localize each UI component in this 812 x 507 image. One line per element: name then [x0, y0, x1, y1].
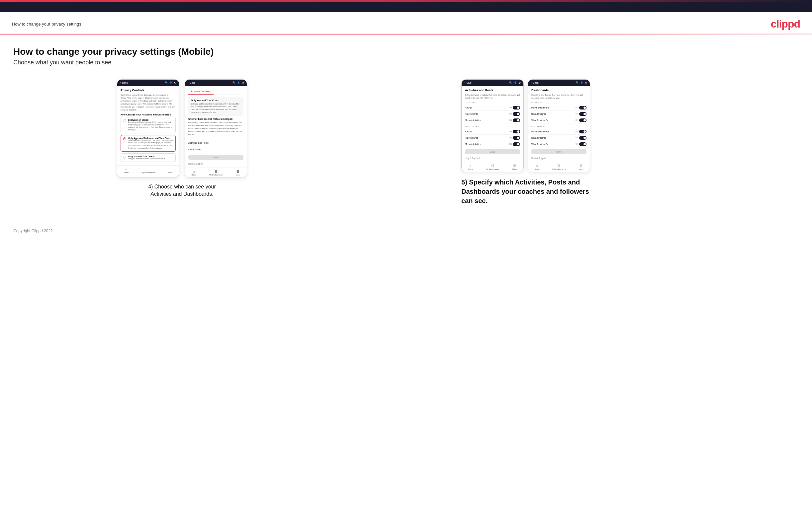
- phone3-section-desc: Select the types of activity that you'd …: [465, 94, 520, 100]
- menu-icon-4[interactable]: ⚙: [585, 81, 587, 84]
- back-arrow-icon[interactable]: ‹: [120, 81, 121, 84]
- phone-screen-4: ‹ Back 🔍 👤 ⚙ Dashboards Select the dashb…: [528, 79, 590, 172]
- toggle-followers-what-to-work[interactable]: What To Work On ON: [531, 141, 587, 147]
- toggle-followers-what-to-work-switch[interactable]: [579, 143, 587, 146]
- breadcrumb: How to change your privacy settings: [12, 21, 81, 26]
- radio-only-you-desc: Only you and the coaches you connect wit…: [128, 158, 165, 160]
- search-icon[interactable]: 🔍: [165, 81, 168, 84]
- toggle-coaches-practice[interactable]: Practice Drills ON: [465, 111, 520, 117]
- toggle-followers-manual-switch[interactable]: [513, 143, 520, 146]
- phone2-bottom-nav: ⌂ Home ☷ My Performance ☰ Menu: [185, 168, 247, 177]
- toggle-coaches-what-to-work[interactable]: What To Work On ON: [531, 117, 587, 123]
- search-icon-2[interactable]: 🔍: [233, 81, 236, 84]
- nav-home[interactable]: ⌂ Home: [124, 167, 129, 174]
- nav-menu-3[interactable]: ☰ Menu: [512, 164, 517, 170]
- list-item-dashboards[interactable]: Dashboards ›: [188, 146, 244, 153]
- toggle-coaches-round-insights[interactable]: Round Insights ON: [531, 111, 587, 117]
- phone4-topbar: ‹ Back 🔍 👤 ⚙: [528, 79, 590, 86]
- nav-performance-label-2: My Performance: [209, 174, 222, 176]
- followers-player-dash-label: Player Dashboard: [531, 130, 549, 133]
- phone3-help: Help & Support: [465, 156, 520, 160]
- toggle-followers-rounds[interactable]: Rounds ON: [465, 128, 520, 135]
- toggle-followers-practice[interactable]: Practice Drills ON: [465, 135, 520, 141]
- phone4-section-title: Dashboards: [531, 89, 587, 92]
- nav-home-4[interactable]: ⌂ Home: [535, 164, 540, 170]
- tab-privacy-controls[interactable]: Privacy Controls: [188, 89, 213, 95]
- radio-everyone[interactable]: Everyone on Clippd Everyone on Clippd ca…: [120, 117, 176, 133]
- toggle-followers-player-dash[interactable]: Player Dashboard ON: [531, 128, 587, 135]
- toggle-coaches-manual-switch[interactable]: [513, 118, 520, 122]
- activities-posts-label: Activities and Posts: [188, 142, 209, 144]
- coaches-round-insights-label: Round Insights: [531, 113, 546, 115]
- toggle-coaches-practice-switch[interactable]: [513, 112, 520, 116]
- menu-icon-3[interactable]: ⚙: [518, 81, 521, 84]
- phone4-save-btn[interactable]: Save: [531, 149, 587, 154]
- user-icon-2[interactable]: 👤: [237, 81, 240, 84]
- phone2-tab-bar: Privacy Controls: [188, 89, 244, 95]
- followers-manual-label: Manual Activities: [465, 143, 481, 145]
- nav-performance-label-4: My Performance: [552, 168, 566, 170]
- radio-dot-approved: [123, 137, 126, 140]
- radio-approved-label: Only Approved Followers and Your Coach: [128, 137, 173, 139]
- user-icon[interactable]: 👤: [169, 81, 172, 84]
- radio-approved[interactable]: Only Approved Followers and Your Coach O…: [120, 135, 176, 152]
- phone1-topbar-icons: 🔍 👤 ⚙: [165, 81, 176, 84]
- phone1-description: Control how you and your data appears to…: [120, 94, 176, 111]
- coaches-practice-label: Practice Drills: [465, 113, 478, 115]
- radio-only-you[interactable]: Only You and Your Coach Only you and the…: [120, 153, 176, 162]
- toggle-coaches-round-insights-switch[interactable]: [579, 112, 587, 116]
- toggle-coaches-what-to-work-switch[interactable]: [579, 118, 587, 122]
- nav-performance[interactable]: ☷ My Performance: [142, 167, 155, 174]
- search-icon-4[interactable]: 🔍: [575, 81, 578, 84]
- nav-home-3[interactable]: ⌂ Home: [468, 164, 473, 170]
- nav-performance-2[interactable]: ☷ My Performance: [209, 170, 222, 176]
- nav-home-label-2: Home: [192, 174, 197, 176]
- back-arrow-icon-4[interactable]: ‹: [531, 81, 532, 84]
- list-item-activities[interactable]: Activities and Posts ›: [188, 140, 244, 146]
- nav-menu-4[interactable]: ☰ Menu: [579, 164, 583, 170]
- menu-icon-2[interactable]: ⚙: [242, 81, 244, 84]
- toggle-coaches-player-dash-switch[interactable]: [579, 106, 587, 110]
- phone2-show-hide-title: Show or hide specific features in Clippd: [188, 118, 244, 120]
- nav-performance-label: My Performance: [142, 172, 155, 174]
- double-phones: ‹ Back 🔍 👤 ⚙ Activities and Posts Select…: [461, 79, 590, 172]
- toggle-coaches-rounds[interactable]: Rounds ON: [465, 105, 520, 111]
- nav-menu-label-2: Menu: [236, 174, 241, 176]
- toggle-followers-rounds-switch[interactable]: [513, 130, 520, 133]
- divider-2a: [188, 138, 244, 138]
- toggle-followers-round-insights-switch[interactable]: [579, 136, 587, 140]
- radio-everyone-desc: Everyone on Clippd can search for you an…: [128, 121, 173, 131]
- phone1-bottom-nav: ⌂ Home ☷ My Performance ☰ Menu: [117, 165, 179, 175]
- nav-menu[interactable]: ☰ Menu: [168, 167, 173, 174]
- phone3-coaches-label: COACHES: [465, 102, 520, 104]
- toggle-followers-practice-switch[interactable]: [513, 136, 520, 140]
- user-icon-4[interactable]: 👤: [580, 81, 583, 84]
- phone1-who-can-see: Who Can See Your Activities and Dashboar…: [120, 113, 176, 116]
- chart-icon-4: ☷: [558, 164, 561, 168]
- nav-home-2[interactable]: ⌂ Home: [192, 170, 197, 176]
- phone2-save-btn[interactable]: Save: [188, 155, 244, 160]
- toggle-coaches-player-dash[interactable]: Player Dashboard ON: [531, 105, 587, 111]
- user-icon-3[interactable]: 👤: [514, 81, 517, 84]
- toggle-coaches-rounds-switch[interactable]: [513, 106, 520, 110]
- toggle-followers-round-insights[interactable]: Round Insights ON: [531, 135, 587, 141]
- search-icon-3[interactable]: 🔍: [509, 81, 512, 84]
- nav-performance-3[interactable]: ☷ My Performance: [486, 164, 499, 170]
- back-arrow-icon-3[interactable]: ‹: [464, 81, 465, 84]
- phone4-followers-label: FOLLOWERS: [531, 125, 587, 127]
- toggle-followers-manual[interactable]: Manual Activities ON: [465, 141, 520, 147]
- nav-menu-2[interactable]: ☰ Menu: [236, 170, 241, 176]
- nav-performance-4[interactable]: ☷ My Performance: [552, 164, 566, 170]
- nav-home-label-4: Home: [535, 168, 540, 170]
- phone4-topbar-icons: 🔍 👤 ⚙: [575, 81, 587, 84]
- radio-dot-everyone: [123, 119, 126, 122]
- hamburger-icon-3: ☰: [513, 164, 516, 168]
- phone3-save-btn[interactable]: Save: [465, 149, 520, 154]
- toggle-followers-player-dash-switch[interactable]: [579, 130, 587, 133]
- nav-menu-label: Menu: [168, 172, 173, 174]
- menu-icon[interactable]: ⚙: [174, 81, 176, 84]
- toggle-coaches-manual[interactable]: Manual Activities ON: [465, 117, 520, 123]
- caption-2: 5) Specify which Activities, Posts and D…: [461, 177, 594, 206]
- back-arrow-icon-2[interactable]: ‹: [188, 81, 189, 84]
- nav-home-label: Home: [124, 172, 129, 174]
